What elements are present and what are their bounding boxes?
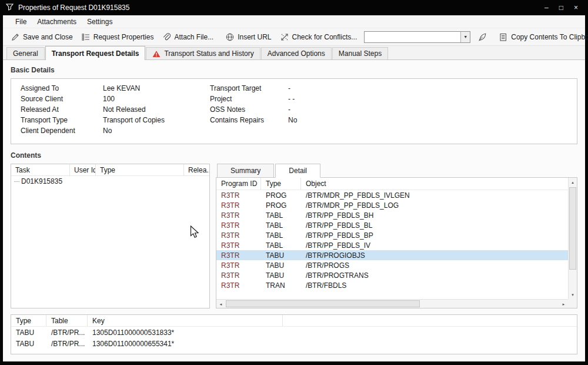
combo-dropdown-icon[interactable]: ▼ — [460, 32, 470, 42]
tab-manual-steps[interactable]: Manual Steps — [332, 47, 388, 59]
contents-title: Contents — [11, 151, 580, 160]
field-value: Transport of Copies — [103, 116, 165, 124]
check-conflicts-button[interactable]: Check for Conflicts... — [276, 31, 362, 43]
key-table-header: Type Table Key — [11, 315, 577, 327]
subtab-detail[interactable]: Detail — [275, 164, 320, 178]
horizontal-scrollbar[interactable]: ◄ ► — [216, 299, 568, 308]
table-row[interactable]: R3TRTABU/BTR/PROGTRANS — [216, 270, 568, 280]
field-value: No — [103, 127, 112, 135]
subtab-summary[interactable]: Summary — [217, 164, 274, 178]
tab-advanced-options[interactable]: Advanced Options — [261, 47, 332, 59]
dialog-body: File Attachments Settings Save and Close… — [3, 15, 585, 361]
tab-content: Basic Details Assigned ToLee KEVAN Sourc… — [3, 60, 585, 361]
tab-general[interactable]: General — [6, 47, 45, 59]
table-row[interactable]: R3TRTRAN/BTR/FBDLS — [216, 280, 568, 290]
field-value: Not Released — [103, 105, 146, 114]
warning-icon — [152, 50, 161, 58]
copy-document-icon — [499, 32, 508, 42]
detail-subtabs: Summary Detail — [216, 164, 577, 178]
column-header-program-id[interactable]: Program ID — [216, 178, 261, 190]
column-header-table[interactable]: Table — [46, 315, 88, 326]
conflicts-combo-input[interactable] — [365, 32, 460, 42]
tab-label: General — [13, 49, 38, 58]
vertical-scrollbar[interactable]: ▲ ▼ — [568, 178, 577, 299]
contents-detail-area: Summary Detail Program ID Type Object R3… — [216, 164, 577, 308]
tree-branch-icon — [14, 181, 19, 182]
column-header-type[interactable]: Type — [261, 178, 301, 190]
tab-transport-status-history[interactable]: Transport Status and History — [146, 47, 260, 59]
copy-contents-button[interactable]: Copy Contents To Clipboard — [495, 31, 588, 43]
column-header-user-id[interactable]: User Id — [70, 164, 96, 175]
subtab-label: Summary — [230, 167, 260, 175]
table-row[interactable]: R3TRTABL/BTR/PP_FBDLS_BL — [216, 220, 568, 230]
sign-button[interactable] — [473, 31, 491, 43]
table-row[interactable]: TABU /BTR/PR... 1305D011000000531833* — [11, 327, 577, 338]
check-conflicts-label: Check for Conflicts... — [292, 33, 358, 41]
task-tree-row[interactable]: D01K915835 — [11, 176, 209, 187]
column-header-empty — [283, 315, 577, 326]
insert-url-label: Insert URL — [238, 33, 271, 41]
table-row-selected[interactable]: R3TRTABU/BTR/PROGIOBJS — [216, 250, 568, 260]
table-row[interactable]: TABU /BTR/PR... 1306D011000000655341* — [11, 338, 577, 349]
request-properties-label: Request Properties — [93, 33, 154, 41]
table-row[interactable]: R3TRTABL/BTR/PP_FBDLS_IV — [216, 240, 568, 250]
tab-label: Advanced Options — [268, 49, 325, 58]
field-value: 100 — [103, 95, 115, 103]
scroll-down-button[interactable]: ▼ — [569, 290, 577, 299]
field-value: Lee KEVAN — [103, 84, 140, 92]
subtab-label: Detail — [289, 167, 307, 175]
request-properties-button[interactable]: Request Properties — [77, 31, 158, 43]
field-value: - - — [288, 95, 295, 103]
field-value: - — [288, 105, 290, 114]
column-header-task[interactable]: Task — [11, 164, 70, 175]
quill-icon — [477, 32, 487, 42]
table-row[interactable]: R3TRPROG/BTR/MDR_PP_FBDLS_LOG — [216, 200, 568, 210]
scroll-right-button[interactable]: ► — [559, 300, 568, 308]
close-button[interactable]: × — [574, 4, 578, 12]
conflicts-combo[interactable]: ▼ — [364, 31, 470, 43]
globe-icon — [225, 32, 235, 42]
column-header-type[interactable]: Type — [96, 164, 184, 175]
detail-table-header: Program ID Type Object — [216, 178, 568, 190]
column-header-object[interactable]: Object — [301, 178, 568, 190]
menu-settings[interactable]: Settings — [82, 15, 118, 28]
basic-details-title: Basic Details — [11, 66, 580, 74]
scroll-left-button[interactable]: ◄ — [216, 300, 225, 308]
maximize-button[interactable]: □ — [559, 4, 563, 12]
table-row[interactable]: R3TRTABU/BTR/PROGS — [216, 260, 568, 270]
column-header-key[interactable]: Key — [88, 315, 283, 326]
detail-table: Program ID Type Object R3TRPROG/BTR/MDR_… — [216, 177, 577, 308]
tab-label: Transport Request Details — [52, 49, 139, 58]
minimize-button[interactable]: – — [544, 4, 549, 12]
table-row[interactable]: R3TRTABL/BTR/PP_FBDLS_BP — [216, 230, 568, 240]
field-label: Project — [210, 95, 288, 103]
tab-label: Transport Status and History — [164, 49, 253, 58]
field-value: No — [288, 116, 297, 124]
tab-strip: General Transport Request Details Transp… — [3, 46, 585, 60]
column-header-released[interactable]: Relea... — [184, 164, 209, 175]
field-label: Client Dependent — [21, 127, 103, 135]
properties-list-icon — [81, 32, 91, 42]
column-header-type[interactable]: Type — [11, 315, 46, 326]
field-label: Assigned To — [21, 84, 103, 92]
table-row[interactable]: R3TRPROG/BTR/MDR_PP_FBDLS_IVLGEN — [216, 190, 568, 200]
tab-transport-request-details[interactable]: Transport Request Details — [45, 46, 146, 60]
table-row[interactable]: R3TRTABL/BTR/PP_FBDLS_BH — [216, 210, 568, 220]
title-bar[interactable]: Properties of Request D01K915835 – □ × — [3, 0, 585, 15]
scroll-up-button[interactable]: ▲ — [569, 178, 577, 187]
horizontal-scrollbar-thumb[interactable] — [226, 300, 420, 307]
insert-url-button[interactable]: Insert URL — [221, 31, 275, 43]
toolbar: Save and Close Request Properties Attach… — [3, 28, 585, 46]
detail-table-body: R3TRPROG/BTR/MDR_PP_FBDLS_IVLGEN R3TRPRO… — [216, 190, 568, 290]
save-and-close-button[interactable]: Save and Close — [6, 31, 77, 43]
vertical-scrollbar-thumb[interactable] — [569, 187, 576, 270]
attach-file-button[interactable]: Attach File... — [158, 31, 218, 43]
menu-file[interactable]: File — [10, 15, 32, 28]
task-table-header: Task User Id Type Relea... — [11, 164, 209, 176]
attach-file-label: Attach File... — [174, 33, 213, 41]
field-label: Transport Target — [210, 84, 288, 92]
task-table: Task User Id Type Relea... D01K915835 — [11, 164, 210, 308]
field-label: OSS Notes — [210, 105, 288, 114]
window-title: Properties of Request D01K915835 — [18, 4, 129, 12]
menu-attachments[interactable]: Attachments — [32, 15, 82, 28]
